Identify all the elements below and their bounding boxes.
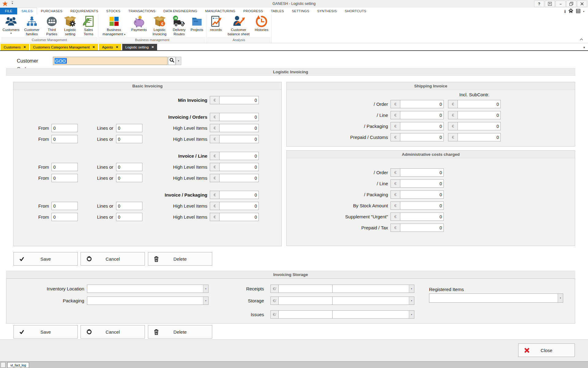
ribbon-collapse-chevron-icon[interactable] bbox=[580, 36, 583, 42]
customer-balance-sheet-button[interactable]: Customer balance sheet bbox=[224, 14, 253, 36]
delete-button-storage[interactable]: Delete bbox=[148, 325, 212, 339]
receipts-unit-select[interactable]: ▾ bbox=[332, 285, 414, 293]
high-level-items-input[interactable] bbox=[220, 213, 259, 221]
tab-transactions[interactable]: TRANSACTIONS bbox=[124, 8, 160, 14]
chevron-down-icon[interactable]: ▾ bbox=[409, 311, 414, 318]
tab-manufacturing[interactable]: MANUFACTURING bbox=[201, 8, 239, 14]
shipping-order-input[interactable] bbox=[400, 100, 444, 108]
admin-by-stock-amount-input[interactable] bbox=[400, 201, 444, 210]
tab-synthesis[interactable]: SYNTHESIS bbox=[313, 8, 341, 14]
tab-purchases[interactable]: PURCHASES bbox=[37, 8, 66, 14]
tab-tables[interactable]: TABLES bbox=[267, 8, 288, 14]
admin-prepaid-tax-input[interactable] bbox=[400, 224, 444, 232]
high-level-items-input[interactable] bbox=[220, 202, 259, 210]
customer-families-button[interactable]: Customer families bbox=[21, 14, 43, 36]
admin-supplement-urgent-input[interactable] bbox=[400, 213, 444, 221]
home-icon[interactable] bbox=[568, 9, 573, 14]
business-management-button[interactable]: Business management ▾ bbox=[99, 14, 129, 36]
tab-file[interactable]: FILE bbox=[0, 8, 17, 14]
storage-input[interactable] bbox=[279, 297, 336, 305]
histories-button[interactable]: Histories bbox=[253, 14, 270, 32]
doctab-close-icon[interactable]: ✕ bbox=[151, 45, 154, 49]
high-level-items-input[interactable] bbox=[220, 163, 259, 171]
invoice-packaging-input[interactable] bbox=[220, 191, 259, 199]
shipping-line-subcontr-input[interactable] bbox=[458, 111, 501, 119]
delivery-routes-button[interactable]: Delivery Routes bbox=[170, 14, 189, 36]
min-invoicing-input[interactable] bbox=[220, 96, 259, 104]
tab-stocks[interactable]: STOCKS bbox=[102, 8, 124, 14]
statusbar-square[interactable] bbox=[1, 362, 6, 368]
from-input[interactable] bbox=[51, 174, 78, 182]
admin-order-input[interactable] bbox=[400, 168, 444, 177]
receipts-input[interactable] bbox=[279, 285, 336, 293]
records-button[interactable]: records bbox=[207, 14, 224, 32]
restore-button[interactable] bbox=[566, 1, 576, 7]
third-parties-button[interactable]: Third Parties bbox=[43, 14, 60, 36]
from-input[interactable] bbox=[51, 202, 78, 210]
storage-unit-select[interactable]: ▾ bbox=[332, 297, 414, 305]
info-icon[interactable]: i bbox=[564, 9, 566, 14]
customer-search-dropdown-button[interactable]: ▾ bbox=[176, 57, 181, 65]
shipping-order-subcontr-input[interactable] bbox=[458, 100, 501, 108]
shipping-prepaid-customs-input[interactable] bbox=[400, 133, 444, 141]
from-input[interactable] bbox=[51, 213, 78, 221]
doctab-close-icon[interactable]: ✕ bbox=[116, 45, 118, 49]
issues-input[interactable] bbox=[279, 310, 336, 319]
tab-shortcuts[interactable]: SHORTCUTS bbox=[341, 8, 370, 14]
packaging-select[interactable]: ▾ bbox=[87, 297, 209, 305]
sales-terms-button[interactable]: Sales Terms bbox=[80, 14, 97, 36]
close-button[interactable]: Close bbox=[518, 343, 575, 357]
doctab-logistic-setting[interactable]: Logistic setting ✕ bbox=[122, 44, 157, 50]
payments-button[interactable]: Payments bbox=[129, 14, 149, 32]
shipping-line-input[interactable] bbox=[400, 111, 444, 119]
high-level-items-input[interactable] bbox=[220, 124, 259, 132]
tabstrip-overflow-caret-icon[interactable]: ▼ bbox=[583, 46, 586, 49]
doctab-customers-categories-management[interactable]: Customers Categories Management ✕ bbox=[30, 44, 98, 50]
doctab-customers[interactable]: Customers ✕ bbox=[1, 44, 29, 50]
cancel-button-invoicing[interactable]: Cancel bbox=[81, 252, 145, 266]
save-button-invoicing[interactable]: Save bbox=[13, 252, 78, 266]
customer-code-input[interactable]: GOO bbox=[53, 57, 168, 65]
tab-data-engineering[interactable]: DATA ENGINEERING bbox=[160, 8, 201, 14]
shipping-prepaid-customs-subcontr-input[interactable] bbox=[458, 133, 501, 141]
logistic-setting-button[interactable]: Logistic setting bbox=[60, 14, 80, 36]
tab-sales[interactable]: SALES bbox=[17, 8, 37, 14]
calculator-icon[interactable] bbox=[576, 9, 580, 14]
shipping-packaging-subcontr-input[interactable] bbox=[458, 122, 501, 130]
tab-progress[interactable]: PROGRESS bbox=[239, 8, 267, 14]
chevron-down-icon[interactable]: ▾ bbox=[409, 285, 414, 293]
invoice-line-input[interactable] bbox=[220, 152, 259, 160]
admin-line-input[interactable] bbox=[400, 179, 444, 188]
chevron-down-icon[interactable]: ▾ bbox=[558, 294, 563, 302]
shipping-packaging-input[interactable] bbox=[400, 122, 444, 130]
save-button-storage[interactable]: Save bbox=[13, 325, 78, 339]
minimize-button[interactable]: – bbox=[556, 1, 566, 7]
registered-items-select[interactable]: ▾ bbox=[429, 293, 563, 303]
doctab-close-icon[interactable]: ✕ bbox=[92, 45, 95, 49]
customers-button[interactable]: Customers ▾ bbox=[2, 14, 21, 34]
doctab-agents[interactable]: Agents ✕ bbox=[99, 44, 121, 50]
close-window-button[interactable] bbox=[577, 1, 587, 7]
high-level-items-input[interactable] bbox=[220, 174, 259, 182]
from-input[interactable] bbox=[51, 163, 78, 171]
help-button[interactable]: ? bbox=[534, 1, 544, 7]
calculator-caret-icon[interactable]: ▾ bbox=[583, 10, 584, 13]
tab-settings[interactable]: SETTINGS bbox=[288, 8, 313, 14]
high-level-items-input[interactable] bbox=[220, 135, 259, 143]
pin-ribbon-button[interactable] bbox=[545, 1, 555, 7]
cancel-button-storage[interactable]: Cancel bbox=[81, 325, 145, 339]
admin-packaging-input[interactable] bbox=[400, 190, 444, 199]
tab-requirements[interactable]: REQUIREMENTS bbox=[66, 8, 102, 14]
inventory-location-select[interactable]: ▾ bbox=[87, 285, 209, 293]
customer-search-button[interactable] bbox=[168, 57, 175, 65]
chevron-down-icon[interactable]: ▾ bbox=[409, 297, 414, 305]
statusbar-tab-vt-fact-log[interactable]: vt_fact_log bbox=[7, 362, 29, 368]
from-input[interactable] bbox=[51, 135, 78, 143]
invoicing-orders-input[interactable] bbox=[220, 113, 259, 121]
logistic-invoicing-button[interactable]: € Logistic Invoicing bbox=[149, 14, 170, 36]
delete-button-invoicing[interactable]: Delete bbox=[148, 252, 212, 266]
issues-unit-select[interactable]: ▾ bbox=[332, 310, 414, 319]
projects-button[interactable]: Projects bbox=[189, 14, 205, 32]
from-input[interactable] bbox=[51, 124, 78, 132]
doctab-close-icon[interactable]: ✕ bbox=[24, 45, 26, 49]
